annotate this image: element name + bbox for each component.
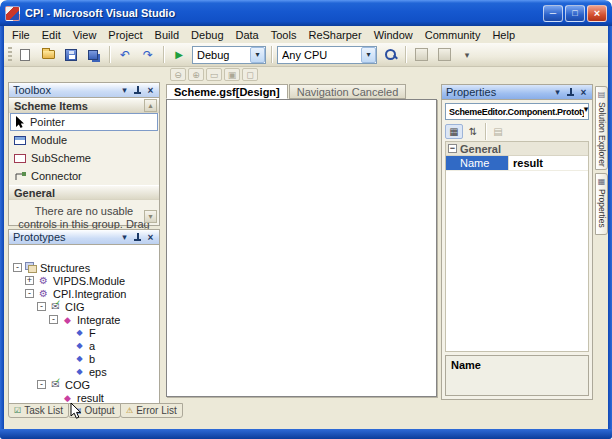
prototypes-menu-button[interactable]: ▾ [118,231,131,244]
properties-titlebar[interactable]: Properties ▾ × [442,85,592,100]
toolbox-section-general[interactable]: General [9,185,159,200]
properties-pin-button[interactable] [564,86,577,99]
property-value-cell[interactable]: result [508,156,588,170]
zoom-in-button[interactable]: ⊕ [188,68,204,81]
prototypes-close-button[interactable]: × [144,231,157,244]
tree-node-vipds-module[interactable]: + ⚙ VIPDS.Module [9,274,159,287]
expander-icon[interactable]: - [37,302,46,311]
property-pages-button[interactable]: ▤ [489,124,507,139]
toolbar-separator [109,46,110,63]
solution-platforms-combo[interactable]: Any CPU ▾ [277,46,377,64]
tab-solution-explorer[interactable]: ▤ Solution Explorer [595,86,608,170]
save-all-button[interactable] [84,45,104,64]
menu-item-resharper[interactable]: ReSharper [302,28,367,42]
tree-node-f[interactable]: ◆ F [9,326,159,339]
chevron-down-icon[interactable]: ▾ [250,47,265,63]
toolbox-pin-button[interactable] [131,84,144,97]
tab-properties-side[interactable]: ▦ Properties [595,173,608,235]
pin-icon [133,86,142,95]
expander-icon[interactable]: - [25,289,34,298]
selected-object-combo[interactable]: SchemeEditor.Component.Prototype ▾ [445,103,589,120]
toolbox-close-button[interactable]: × [144,84,157,97]
expander-icon[interactable]: - [37,380,46,389]
prototypes-titlebar[interactable]: Prototypes ▾ × [9,230,159,245]
category-row-general[interactable]: − General [446,142,588,156]
open-file-button[interactable] [38,45,58,64]
menu-item-file[interactable]: File [6,28,36,42]
menu-item-project[interactable]: Project [102,28,148,42]
misc-tool-button[interactable] [411,45,431,64]
pin-icon [566,88,575,97]
menu-item-view[interactable]: View [67,28,103,42]
alphabetical-button[interactable]: ⇅ [464,124,482,139]
main-toolbar: ↶ ↷ ▶ Debug ▾ Any CPU ▾ ▾ [4,43,608,67]
solution-configurations-combo[interactable]: Debug ▾ [192,46,266,64]
tree-node-integrate[interactable]: - ◆ Integrate [9,313,159,326]
prototypes-pin-button[interactable] [131,231,144,244]
chevron-down-icon[interactable]: ▾ [584,104,588,119]
categorized-button[interactable]: ▦ [445,124,463,139]
menu-item-community[interactable]: Community [419,28,487,42]
chevron-down-icon[interactable]: ▾ [361,47,376,63]
category-expander-icon[interactable]: − [448,144,457,153]
zoom-out-button[interactable]: ⊖ [170,68,186,81]
parameter-icon: ◆ [73,341,86,351]
find-button[interactable] [380,45,400,64]
menu-item-window[interactable]: Window [368,28,419,42]
chevron-down-icon: ▾ [465,50,470,60]
tab-error-list[interactable]: ⚠ Error List [120,403,183,418]
undo-button[interactable]: ↶ [115,45,135,64]
magnifier-icon [384,48,397,61]
toolbox-scroll-up-button[interactable]: ▴ [144,99,157,112]
expander-icon[interactable]: + [25,276,34,285]
menu-item-build[interactable]: Build [149,28,185,42]
expander-icon[interactable]: - [49,315,58,324]
menu-item-tools[interactable]: Tools [265,28,303,42]
properties-menu-button[interactable]: ▾ [551,86,564,99]
menu-item-data[interactable]: Data [230,28,265,42]
minimize-button[interactable]: ─ [543,5,563,22]
toolbox-item-connector[interactable]: Connector [9,167,159,185]
close-button[interactable]: × [587,5,607,22]
tab-navigation-canceled[interactable]: Navigation Canceled [289,84,407,99]
tree-node-eps[interactable]: ◆ eps [9,365,159,378]
design-surface[interactable] [166,99,437,397]
error-list-icon: ⚠ [126,406,133,415]
misc-tool-button[interactable] [434,45,454,64]
tab-scheme-design[interactable]: Scheme.gsf[Design] [166,84,288,99]
vs-window: CPI - Microsoft Visual Studio ─ □ × File… [0,0,612,439]
expander-icon[interactable]: - [13,263,22,272]
toolbar-overflow-button[interactable]: ▾ [457,45,477,64]
start-debugging-button[interactable]: ▶ [169,45,189,64]
tree-node-cpi-integration[interactable]: - ⚙ CPI.Integration [9,287,159,300]
property-name-cell[interactable]: Name [446,156,508,170]
zoom-actual-button[interactable]: ◻ [242,68,258,81]
menu-item-help[interactable]: Help [486,28,521,42]
maximize-button[interactable]: □ [565,5,585,22]
tree-node-structures[interactable]: - Structures [9,261,159,274]
tree-node-cig[interactable]: - ✉✓ CIG [9,300,159,313]
properties-close-button[interactable]: × [577,86,590,99]
menu-item-debug[interactable]: Debug [185,28,229,42]
toolbox-item-subscheme[interactable]: SubScheme [9,149,159,167]
new-project-button[interactable] [15,45,35,64]
toolbox-item-label: Connector [31,170,82,182]
toolbox-titlebar[interactable]: Toolbox ▾ × [9,83,159,98]
toolbox-item-pointer[interactable]: Pointer [10,113,158,131]
toolbar-grip[interactable] [8,47,12,63]
tab-task-list[interactable]: ☑ Task List [8,403,69,418]
tree-node-b[interactable]: ◆ b [9,352,159,365]
toolbox-item-module[interactable]: Module [9,131,159,149]
tree-node-a[interactable]: ◆ a [9,339,159,352]
tree-node-cog[interactable]: - ✉✓ COG [9,378,159,391]
save-button[interactable] [61,45,81,64]
zoom-fit-button[interactable]: ▣ [224,68,240,81]
zoom-region-button[interactable]: ▭ [206,68,222,81]
property-row-name[interactable]: Name result [446,156,588,171]
toolbox-menu-button[interactable]: ▾ [118,84,131,97]
redo-button[interactable]: ↷ [138,45,158,64]
toolbox-scroll-down-button[interactable]: ▾ [144,210,157,223]
titlebar[interactable]: CPI - Microsoft Visual Studio ─ □ × [0,0,612,26]
menu-item-edit[interactable]: Edit [36,28,67,42]
toolbox-section-scheme-items[interactable]: Scheme Items [9,98,159,113]
